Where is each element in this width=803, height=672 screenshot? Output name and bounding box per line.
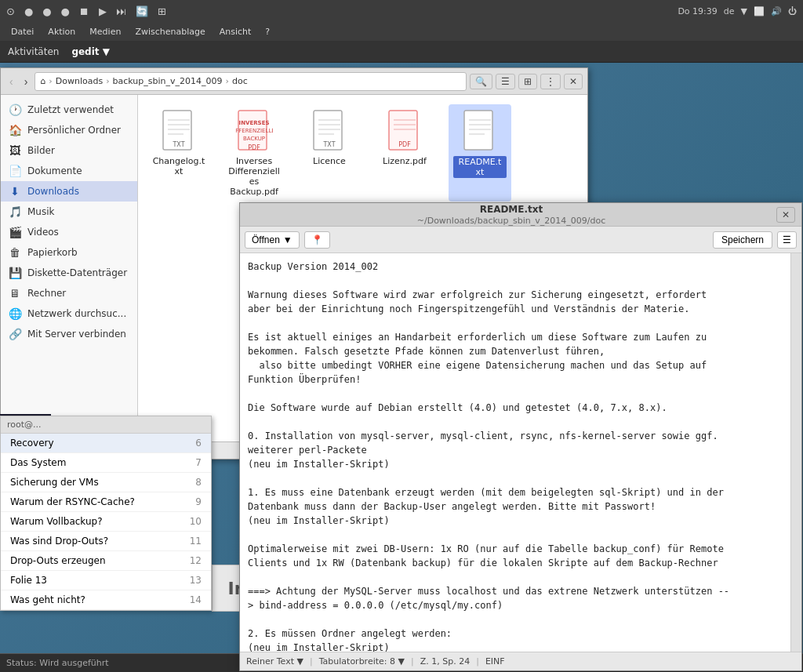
file-item-readme[interactable]: README.txt: [449, 104, 511, 202]
sidebar-item-downloads[interactable]: ⬇ Downloads: [1, 181, 137, 202]
sidebar-item-videos[interactable]: 🎬 Videos: [1, 222, 137, 242]
location-icon: 📍: [311, 234, 323, 245]
menu-aktion[interactable]: Aktion: [42, 25, 82, 38]
breadcrumb-backup[interactable]: backup_sbin_v_2014_009: [113, 76, 223, 86]
system-bar-left: ⊙ ● ● ● ⏹ ▶ ⏭ 🔄 ⊞: [6, 5, 166, 17]
edit-mode: EINF: [485, 656, 505, 667]
search-button[interactable]: 🔍: [470, 74, 492, 89]
system-icon-1[interactable]: ⊙: [6, 5, 15, 17]
status-text: Status: Wird ausgeführt: [6, 658, 109, 668]
file-item-changelog[interactable]: TXT Changelog.txt: [147, 104, 210, 202]
sidebar-item-pictures[interactable]: 🖼 Bilder: [1, 140, 137, 161]
activities-button[interactable]: Aktivitäten: [8, 46, 59, 57]
lizenz-icon: PDF: [386, 109, 423, 153]
readme-icon: [461, 109, 499, 153]
inverses-icon: INVERSES DIFFERENZIELLES BACKUP PDF: [235, 109, 273, 153]
slide-item-folie13[interactable]: Folie 13 13: [1, 571, 211, 590]
cursor-position: Z. 1, Sp. 24: [420, 656, 470, 667]
system-icon-6[interactable]: ▶: [99, 5, 107, 17]
server-icon: 🔗: [9, 328, 21, 340]
gedit-close-button[interactable]: ✕: [776, 207, 795, 223]
sidebar-item-floppy[interactable]: 💾 Diskette-Datenträger: [1, 263, 137, 283]
open-dropdown-icon: ▼: [283, 234, 292, 245]
sidebar-item-trash[interactable]: 🗑 Papierkorb: [1, 242, 137, 263]
svg-rect-22: [464, 111, 492, 150]
location-button[interactable]: 📍: [304, 231, 330, 249]
menu-datei[interactable]: Datei: [5, 25, 40, 38]
home-icon: 🏠: [9, 124, 21, 136]
fm-close-button[interactable]: ✕: [564, 74, 583, 89]
slide-panel-header: root@...: [1, 416, 211, 434]
slide-item-rsync[interactable]: Warum der RSYNC-Cache? 9: [1, 492, 211, 512]
text-type-selector[interactable]: Reiner Text ▼: [246, 656, 303, 667]
gedit-menu-button[interactable]: ☰: [777, 231, 797, 249]
sidebar-item-documents[interactable]: 📄 Dokumente: [1, 161, 137, 181]
slide-item-num: 6: [195, 438, 202, 449]
gedit-content: Backup Version 2014_002 Warnung dieses S…: [240, 253, 801, 652]
downloads-icon: ⬇: [9, 185, 21, 198]
sidebar-item-connect-server[interactable]: 🔗 Mit Server verbinden: [1, 324, 137, 344]
sidebar-item-recent[interactable]: 🕐 Zuletzt verwendet: [1, 100, 137, 120]
breadcrumb-home-icon: ⌂: [40, 76, 45, 86]
slide-item-label: Recovery: [10, 438, 54, 449]
gedit-scrollbar[interactable]: [790, 253, 801, 652]
menu-help[interactable]: ?: [259, 25, 276, 38]
system-bar: ⊙ ● ● ● ⏹ ▶ ⏭ 🔄 ⊞ Do 19:39 de ▼ ⬜ 🔊 ⏻: [0, 0, 803, 22]
system-icon-2[interactable]: ●: [24, 5, 33, 17]
system-icon-9[interactable]: ⊞: [158, 5, 166, 17]
sort-button[interactable]: ⋮: [540, 74, 561, 89]
back-button[interactable]: ‹: [5, 74, 17, 89]
breadcrumb-downloads[interactable]: Downloads: [56, 76, 103, 86]
system-icon-5[interactable]: ⏹: [79, 5, 89, 17]
slide-item-vollbackup[interactable]: Warum Vollbackup? 10: [1, 512, 211, 532]
slide-item-dropouts-erzeugen[interactable]: Drop-Outs erzeugen 12: [1, 551, 211, 571]
lizenz-label: Lizenz.pdf: [383, 156, 427, 166]
slide-item-num: 12: [190, 555, 202, 566]
pictures-icon: 🖼: [9, 144, 21, 157]
file-item-lizenz[interactable]: PDF Lizenz.pdf: [373, 104, 436, 202]
power-icon[interactable]: ⏻: [788, 6, 797, 16]
slide-item-was-geht-nicht[interactable]: Was geht nicht? 14: [1, 590, 211, 610]
clock: Do 19:39: [678, 6, 717, 16]
sidebar-item-home[interactable]: 🏠 Persönlicher Ordner: [1, 120, 137, 140]
tab-width-selector[interactable]: Tabulatorbreite: 8 ▼: [319, 656, 405, 667]
changelog-icon: TXT: [160, 109, 198, 153]
slide-item-das-system[interactable]: Das System 7: [1, 453, 211, 473]
forward-button[interactable]: ›: [20, 74, 32, 89]
file-item-licence[interactable]: TXT Licence: [298, 104, 361, 202]
menu-zwischenablage[interactable]: Zwischenablage: [129, 25, 211, 38]
gedit-text-editor[interactable]: Backup Version 2014_002 Warnung dieses S…: [240, 253, 790, 652]
slide-item-label: Folie 13: [10, 575, 47, 586]
sidebar-item-network[interactable]: 🌐 Netzwerk durchsuc...: [1, 303, 137, 324]
menu-ansicht[interactable]: Ansicht: [213, 25, 258, 38]
open-button[interactable]: Öffnen ▼: [245, 231, 300, 249]
slide-item-dropouts[interactable]: Was sind Drop-Outs? 11: [1, 532, 211, 551]
svg-text:PDF: PDF: [248, 144, 260, 151]
slide-item-recovery[interactable]: Recovery 6: [1, 434, 211, 453]
slide-item-num: 11: [190, 536, 202, 547]
breadcrumb-doc[interactable]: doc: [232, 76, 248, 86]
system-icon-4[interactable]: ●: [61, 5, 70, 17]
list-view-button[interactable]: ☰: [496, 74, 515, 89]
save-button[interactable]: Speichern: [713, 231, 772, 249]
videos-icon: 🎬: [9, 226, 21, 238]
app-label[interactable]: gedit ▼: [71, 46, 110, 57]
system-icon-3[interactable]: ●: [42, 5, 51, 17]
network-icon: 🌐: [9, 307, 21, 320]
audio-icon[interactable]: 🔊: [771, 6, 782, 16]
sidebar-item-music[interactable]: 🎵 Musik: [1, 202, 137, 222]
panel-header-text: root@...: [7, 420, 42, 430]
svg-text:BACKUP: BACKUP: [243, 136, 265, 142]
gedit-titlebar: README.txt ~/Downloads/backup_sbin_v_201…: [240, 203, 801, 227]
sidebar-item-computer[interactable]: 🖥 Rechner: [1, 283, 137, 303]
system-icon-7[interactable]: ⏭: [116, 5, 126, 17]
sys-tray-icon[interactable]: ▼: [741, 6, 747, 16]
licence-label: Licence: [313, 156, 346, 166]
window-icon[interactable]: ⬜: [754, 6, 765, 16]
grid-view-button[interactable]: ⊞: [518, 74, 537, 89]
menu-medien[interactable]: Medien: [83, 25, 127, 38]
slide-item-sicherung[interactable]: Sicherung der VMs 8: [1, 473, 211, 492]
system-icon-8[interactable]: 🔄: [136, 5, 148, 17]
file-item-inverses[interactable]: INVERSES DIFFERENZIELLES BACKUP PDF Inve…: [223, 104, 285, 202]
slide-item-num: 13: [190, 575, 202, 586]
